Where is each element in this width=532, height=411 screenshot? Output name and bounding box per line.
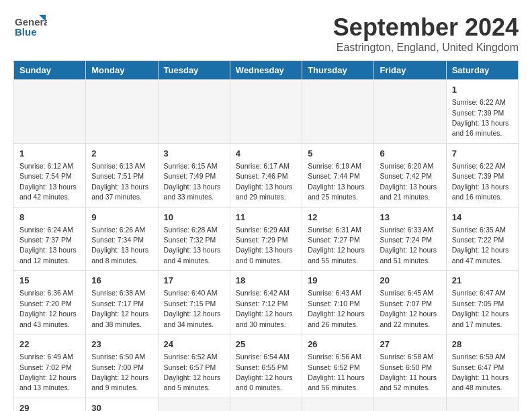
day-info: Sunrise: 6:19 AMSunset: 7:44 PMDaylight:…	[308, 162, 365, 201]
day-info: Sunrise: 6:31 AMSunset: 7:27 PMDaylight:…	[308, 226, 365, 265]
day-info: Sunrise: 6:15 AMSunset: 7:49 PMDaylight:…	[164, 162, 221, 201]
day-number: 2	[91, 148, 152, 160]
day-number: 11	[236, 212, 296, 224]
weekday-header: Sunday	[14, 61, 86, 80]
day-number: 28	[452, 338, 513, 351]
day-number: 16	[91, 275, 152, 287]
day-number: 6	[380, 148, 440, 160]
location: Eastrington, England, United Kingdom	[333, 42, 519, 54]
calendar-day-cell: 18Sunrise: 6:42 AMSunset: 7:12 PMDayligh…	[230, 271, 302, 334]
calendar-day-cell: 14Sunrise: 6:35 AMSunset: 7:22 PMDayligh…	[446, 207, 518, 271]
day-number: 27	[380, 338, 440, 351]
weekday-header: Tuesday	[158, 61, 230, 80]
day-info: Sunrise: 6:35 AMSunset: 7:22 PMDaylight:…	[452, 226, 509, 265]
calendar-day-cell: 1Sunrise: 6:22 AMSunset: 7:39 PMDaylight…	[446, 80, 518, 144]
day-info: Sunrise: 6:36 AMSunset: 7:20 PMDaylight:…	[19, 289, 77, 328]
calendar-week-row: 22Sunrise: 6:49 AMSunset: 7:02 PMDayligh…	[14, 334, 519, 398]
calendar-day-cell	[302, 80, 374, 144]
day-info: Sunrise: 6:54 AMSunset: 6:55 PMDaylight:…	[236, 353, 293, 392]
calendar-day-cell	[86, 80, 158, 144]
day-number: 25	[236, 338, 296, 351]
calendar-day-cell	[230, 398, 302, 411]
weekday-header: Monday	[86, 61, 158, 80]
calendar-day-cell	[230, 80, 302, 144]
calendar-day-cell	[374, 398, 446, 411]
calendar-day-cell: 6Sunrise: 6:20 AMSunset: 7:42 PMDaylight…	[374, 143, 446, 207]
day-number: 10	[164, 212, 224, 224]
day-number: 29	[19, 402, 80, 411]
day-info: Sunrise: 6:56 AMSunset: 6:52 PMDaylight:…	[308, 353, 365, 392]
day-number: 7	[452, 148, 513, 160]
weekday-header: Thursday	[302, 61, 374, 80]
calendar-day-cell: 11Sunrise: 6:29 AMSunset: 7:29 PMDayligh…	[230, 207, 302, 271]
calendar-day-cell	[302, 398, 374, 411]
day-info: Sunrise: 6:33 AMSunset: 7:24 PMDaylight:…	[380, 226, 437, 265]
calendar-week-row: 1Sunrise: 6:22 AMSunset: 7:39 PMDaylight…	[14, 80, 519, 144]
calendar-day-cell	[14, 80, 86, 144]
calendar-week-row: 29Sunrise: 7:01 AMSunset: 6:45 PMDayligh…	[14, 398, 519, 411]
calendar-day-cell: 15Sunrise: 6:36 AMSunset: 7:20 PMDayligh…	[14, 271, 86, 334]
calendar-day-cell: 3Sunrise: 6:15 AMSunset: 7:49 PMDaylight…	[158, 143, 230, 207]
calendar-day-cell: 27Sunrise: 6:58 AMSunset: 6:50 PMDayligh…	[374, 334, 446, 398]
day-number: 30	[91, 402, 152, 411]
calendar-day-cell: 1Sunrise: 6:12 AMSunset: 7:54 PMDaylight…	[14, 143, 86, 207]
day-number: 22	[19, 338, 80, 351]
calendar-header-row: SundayMondayTuesdayWednesdayThursdayFrid…	[14, 61, 519, 80]
day-number: 18	[236, 275, 296, 287]
day-number: 21	[452, 275, 513, 287]
calendar-day-cell	[446, 398, 518, 411]
page-header: General Blue September 2024 Eastrington,…	[13, 13, 519, 54]
calendar-day-cell: 24Sunrise: 6:52 AMSunset: 6:57 PMDayligh…	[158, 334, 230, 398]
weekday-header: Friday	[374, 61, 446, 80]
calendar-day-cell	[374, 80, 446, 144]
day-info: Sunrise: 6:40 AMSunset: 7:15 PMDaylight:…	[164, 289, 221, 328]
day-number: 12	[308, 212, 368, 224]
calendar-day-cell: 2Sunrise: 6:13 AMSunset: 7:51 PMDaylight…	[86, 143, 158, 207]
day-number: 8	[19, 212, 80, 224]
calendar-day-cell: 17Sunrise: 6:40 AMSunset: 7:15 PMDayligh…	[158, 271, 230, 334]
day-info: Sunrise: 6:49 AMSunset: 7:02 PMDaylight:…	[19, 353, 77, 392]
day-number: 4	[236, 148, 296, 160]
calendar-day-cell: 13Sunrise: 6:33 AMSunset: 7:24 PMDayligh…	[374, 207, 446, 271]
day-number: 17	[164, 275, 224, 287]
calendar-day-cell: 10Sunrise: 6:28 AMSunset: 7:32 PMDayligh…	[158, 207, 230, 271]
calendar-day-cell: 19Sunrise: 6:43 AMSunset: 7:10 PMDayligh…	[302, 271, 374, 334]
day-info: Sunrise: 6:47 AMSunset: 7:05 PMDaylight:…	[452, 289, 509, 328]
calendar-day-cell: 5Sunrise: 6:19 AMSunset: 7:44 PMDaylight…	[302, 143, 374, 207]
logo-svg: General Blue	[13, 13, 47, 40]
day-info: Sunrise: 6:26 AMSunset: 7:34 PMDaylight:…	[91, 226, 148, 265]
calendar-day-cell: 8Sunrise: 6:24 AMSunset: 7:37 PMDaylight…	[14, 207, 86, 271]
day-info: Sunrise: 6:52 AMSunset: 6:57 PMDaylight:…	[164, 353, 221, 392]
day-number: 1	[19, 148, 80, 160]
calendar-week-row: 8Sunrise: 6:24 AMSunset: 7:37 PMDaylight…	[14, 207, 519, 271]
calendar-week-row: 1Sunrise: 6:12 AMSunset: 7:54 PMDaylight…	[14, 143, 519, 207]
calendar-day-cell: 25Sunrise: 6:54 AMSunset: 6:55 PMDayligh…	[230, 334, 302, 398]
calendar-day-cell: 30Sunrise: 7:03 AMSunset: 6:42 PMDayligh…	[86, 398, 158, 411]
day-info: Sunrise: 6:45 AMSunset: 7:07 PMDaylight:…	[380, 289, 437, 328]
day-number: 20	[380, 275, 440, 287]
calendar-day-cell: 9Sunrise: 6:26 AMSunset: 7:34 PMDaylight…	[86, 207, 158, 271]
day-info: Sunrise: 6:22 AMSunset: 7:39 PMDaylight:…	[452, 98, 509, 137]
calendar-day-cell: 29Sunrise: 7:01 AMSunset: 6:45 PMDayligh…	[14, 398, 86, 411]
logo: General Blue	[13, 13, 47, 40]
calendar-day-cell: 16Sunrise: 6:38 AMSunset: 7:17 PMDayligh…	[86, 271, 158, 334]
weekday-header: Wednesday	[230, 61, 302, 80]
calendar-day-cell: 20Sunrise: 6:45 AMSunset: 7:07 PMDayligh…	[374, 271, 446, 334]
day-info: Sunrise: 6:20 AMSunset: 7:42 PMDaylight:…	[380, 162, 437, 201]
day-info: Sunrise: 6:58 AMSunset: 6:50 PMDaylight:…	[380, 353, 437, 392]
title-block: September 2024 Eastrington, England, Uni…	[333, 13, 519, 54]
day-info: Sunrise: 6:42 AMSunset: 7:12 PMDaylight:…	[236, 289, 293, 328]
day-number: 9	[91, 212, 152, 224]
day-info: Sunrise: 6:13 AMSunset: 7:51 PMDaylight:…	[91, 162, 148, 201]
day-number: 3	[164, 148, 224, 160]
calendar-table: SundayMondayTuesdayWednesdayThursdayFrid…	[13, 60, 519, 411]
day-number: 1	[452, 84, 513, 96]
day-info: Sunrise: 6:59 AMSunset: 6:47 PMDaylight:…	[452, 353, 509, 392]
calendar-day-cell	[158, 80, 230, 144]
day-number: 26	[308, 338, 368, 351]
day-number: 19	[308, 275, 368, 287]
calendar-day-cell: 12Sunrise: 6:31 AMSunset: 7:27 PMDayligh…	[302, 207, 374, 271]
day-number: 15	[19, 275, 80, 287]
day-number: 5	[308, 148, 368, 160]
day-number: 23	[91, 338, 152, 351]
